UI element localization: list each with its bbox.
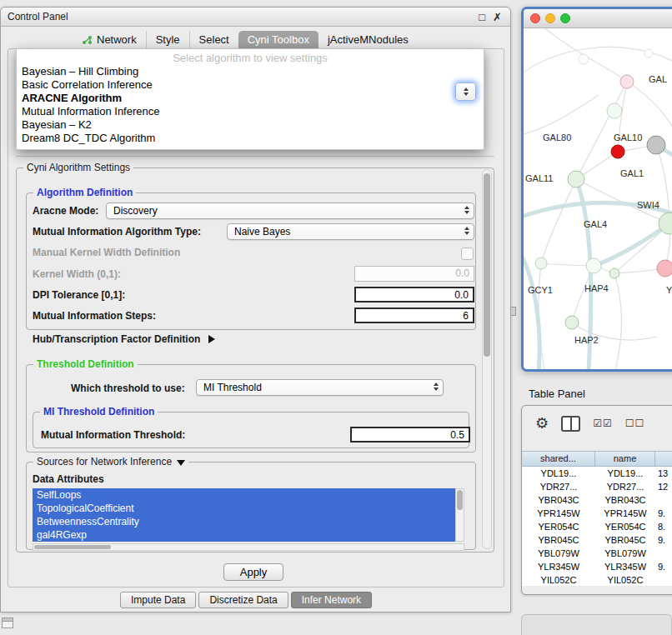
scrollbar-thumb[interactable] [484, 173, 490, 357]
network-window-titlebar[interactable] [524, 9, 672, 28]
table-row[interactable]: YIL052CYIL052C [522, 573, 672, 586]
node-green-gal11[interactable] [568, 171, 584, 188]
tab-discretize-data[interactable]: Discretize Data [198, 592, 288, 608]
mi-algorithm-type-label: Mutual Information Algorithm Type: [33, 226, 201, 238]
table-row[interactable]: YER054CYER054C8. [522, 520, 672, 533]
node-label: Y [666, 285, 672, 295]
tab-select[interactable]: Select [189, 31, 238, 48]
zoom-traffic-light-icon[interactable] [560, 13, 570, 23]
node[interactable] [579, 54, 589, 64]
table-row[interactable]: YDL19...YDL19...13 [522, 467, 672, 480]
cell: YBR045C [522, 533, 595, 547]
node[interactable] [644, 49, 653, 58]
table-row[interactable]: YDR27...YDR27...12 [522, 480, 672, 493]
dropdown-item[interactable]: Basic Correlation Inference [17, 78, 484, 92]
node-gray[interactable] [647, 136, 665, 154]
which-threshold-select[interactable]: MI Threshold [196, 379, 444, 396]
dropdown-placeholder: Select algorithm to view settings [17, 51, 484, 65]
cell: 13 [655, 467, 672, 480]
deselect-all-checkboxes-icon[interactable]: ☐☐ [625, 418, 645, 429]
table-row[interactable]: YBR045CYBR045C9. [522, 533, 672, 547]
mi-steps-input[interactable]: 6 [354, 308, 474, 323]
scrollbar-thumb[interactable] [34, 545, 111, 549]
column-header-name[interactable]: name [595, 452, 655, 466]
close-window-icon[interactable]: ✗ [493, 11, 502, 23]
apply-button[interactable]: Apply [223, 563, 283, 581]
node[interactable] [607, 103, 622, 118]
control-panel-tabbar: Network Style Select Cyni Toolbox jActiv… [1, 27, 510, 48]
list-item[interactable]: TopologicalCoefficient [33, 502, 455, 515]
minimized-window-icon[interactable] [2, 618, 13, 628]
dpi-tolerance-input[interactable]: 0.0 [354, 287, 474, 302]
node[interactable] [609, 268, 619, 278]
network-canvas[interactable]: GAL GAL80 GAL10 GAL11 GAL1 SWI4 GAL4 GCY… [524, 28, 672, 370]
table-row[interactable]: YPR145WYPR145W9. [522, 507, 672, 520]
cell: 12 [655, 480, 672, 493]
cell [655, 573, 672, 586]
mi-threshold-input[interactable]: 0.5 [350, 427, 470, 442]
column-header-partial[interactable] [655, 452, 672, 466]
tab-infer-network[interactable]: Infer Network [291, 592, 372, 608]
node-pink-right[interactable] [657, 260, 672, 277]
node-label: GCY1 [528, 285, 553, 295]
attribute-list-horizontal-scrollbar[interactable] [33, 543, 464, 551]
table-panel-title: Table Panel [529, 388, 585, 400]
tab-network[interactable]: Network [73, 31, 146, 48]
table-row[interactable]: YBL079WYBL079W [522, 547, 672, 560]
selected-value: Naive Bayes [234, 224, 290, 239]
node-label: SWI4 [637, 200, 659, 210]
tab-cyni-toolbox[interactable]: Cyni Toolbox [238, 31, 318, 48]
minimize-traffic-light-icon[interactable] [545, 13, 555, 23]
network-view-window: GAL GAL80 GAL10 GAL11 GAL1 SWI4 GAL4 GCY… [521, 7, 672, 372]
gear-icon[interactable]: ⚙ [535, 415, 549, 432]
bottom-panel-edge [521, 614, 672, 635]
control-panel-titlebar[interactable]: Control Panel □ ✗ [1, 8, 510, 27]
hub-definition-disclosure[interactable]: Hub/Transcription Factor Definition [33, 333, 215, 345]
list-item[interactable]: BetweennessCentrality [33, 515, 455, 528]
group-title: Threshold Definition [33, 358, 138, 370]
close-traffic-light-icon[interactable] [530, 13, 540, 23]
node-pink[interactable] [620, 75, 634, 88]
table-row[interactable]: YLR345WYLR345W9. [522, 560, 672, 573]
node-hap4[interactable] [586, 258, 601, 273]
node[interactable] [535, 258, 547, 269]
kernel-width-input[interactable]: 0.0 [354, 266, 474, 282]
dropdown-item[interactable]: Bayesian – Hill Climbing [17, 65, 484, 78]
restore-window-icon[interactable]: □ [479, 11, 485, 23]
selected-value: MI Threshold [203, 380, 262, 395]
tab-impute-data[interactable]: Impute Data [120, 592, 196, 608]
dropdown-item[interactable]: Mutual Information Inference [17, 105, 484, 118]
node-red-gal10[interactable] [611, 145, 624, 158]
mi-algorithm-type-select[interactable]: Naive Bayes [227, 223, 474, 240]
cell: YBR043C [595, 493, 655, 507]
select-all-checkboxes-icon[interactable]: ☑☑ [593, 418, 613, 429]
manual-kernel-width-checkbox[interactable] [461, 248, 474, 260]
dropdown-item-selected[interactable]: ARACNE Algorithm [17, 92, 484, 105]
tab-label: Style [156, 31, 180, 48]
aracne-mode-select[interactable]: Discovery [106, 202, 474, 219]
settings-scrollbar[interactable] [482, 169, 492, 549]
manual-kernel-width-label: Manual Kernel Width Definition [33, 247, 180, 258]
list-item[interactable]: SelfLoops [33, 488, 455, 502]
node-hap2[interactable] [565, 316, 579, 329]
attribute-list-vertical-scrollbar[interactable] [455, 488, 464, 542]
cell: YBL079W [595, 547, 655, 560]
cell [655, 493, 672, 507]
panel-splitter-handle[interactable] [510, 307, 516, 316]
dropdown-item[interactable]: Bayesian – K2 [17, 118, 484, 132]
node-label: HAP2 [574, 335, 599, 345]
sources-disclosure[interactable]: Sources for Network Inference [33, 456, 188, 468]
tab-jactivemnodules[interactable]: jActiveMNodules [318, 31, 418, 48]
column-browser-icon[interactable] [561, 416, 580, 432]
disclosure-right-icon [208, 335, 215, 343]
scrollbar-thumb[interactable] [457, 490, 463, 510]
tab-style[interactable]: Style [146, 31, 189, 48]
table-row[interactable]: YBR043CYBR043C [522, 493, 672, 507]
algorithm-combo-stepper[interactable] [455, 82, 476, 101]
list-item[interactable]: gal4RGexp [33, 528, 455, 542]
node-label: GAL4 [584, 219, 607, 229]
column-header-shared-name[interactable]: shared... [522, 452, 595, 466]
combo-stepper-icon [464, 227, 469, 235]
dropdown-item[interactable]: Dream8 DC_TDC Algorithm [17, 132, 484, 145]
data-attributes-list[interactable]: SelfLoops TopologicalCoefficient Between… [33, 488, 455, 542]
